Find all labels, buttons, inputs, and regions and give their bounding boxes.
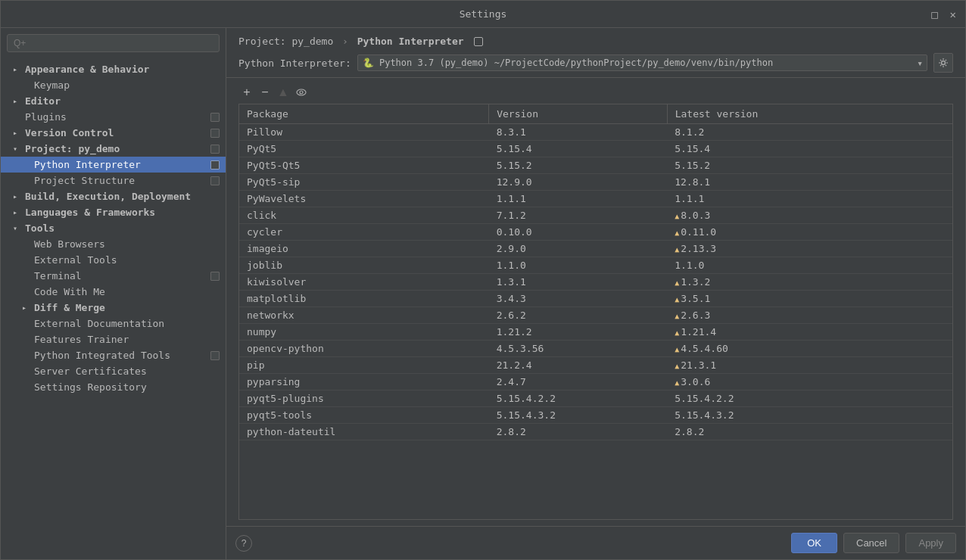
- table-row[interactable]: PyQt55.15.45.15.4: [239, 141, 952, 157]
- table-row[interactable]: PyWavelets1.1.11.1.1: [239, 191, 952, 207]
- package-version: 1.1.1: [489, 191, 668, 207]
- window-title: Settings: [460, 8, 507, 20]
- package-latest: 1.1.0: [667, 257, 952, 274]
- sidebar-item-settings-repository[interactable]: Settings Repository: [1, 379, 226, 395]
- check-icon: [210, 160, 220, 170]
- sidebar-item-label: Python Integrated Tools: [34, 350, 170, 361]
- sidebar-item-languages[interactable]: ▸ Languages & Frameworks: [1, 204, 226, 220]
- sidebar-item-label: Diff & Merge: [34, 302, 105, 313]
- package-version: 3.4.3: [489, 291, 668, 307]
- package-name: PyWavelets: [239, 191, 489, 207]
- package-version: 7.1.2: [489, 207, 668, 224]
- package-name: PyQt5-Qt5: [239, 157, 489, 174]
- apply-button[interactable]: Apply: [905, 533, 956, 553]
- package-latest: 12.8.1: [667, 174, 952, 191]
- help-button[interactable]: ?: [235, 535, 252, 552]
- interpreter-settings-button[interactable]: [933, 53, 953, 73]
- sidebar-item-build[interactable]: ▸ Build, Execution, Deployment: [1, 188, 226, 204]
- expand-arrow: [13, 113, 22, 121]
- table-row[interactable]: pyparsing2.4.7▲3.0.6: [239, 374, 952, 390]
- expand-arrow: [22, 176, 31, 185]
- sidebar-item-python-integrated[interactable]: Python Integrated Tools: [1, 347, 226, 363]
- breadcrumb-separator: ›: [342, 36, 348, 47]
- view-options-button[interactable]: [293, 84, 310, 101]
- sidebar-item-version-control[interactable]: ▸ Version Control: [1, 125, 226, 141]
- sidebar-item-diff-merge[interactable]: ▸ Diff & Merge: [1, 300, 226, 316]
- sidebar-item-appearance[interactable]: ▸ Appearance & Behavior: [1, 61, 226, 77]
- table-row[interactable]: networkx2.6.2▲2.6.3: [239, 307, 952, 324]
- right-panel: Project: py_demo › Python Interpreter Py…: [226, 28, 965, 559]
- cancel-button[interactable]: Cancel: [843, 533, 899, 553]
- table-row[interactable]: python-dateutil2.8.22.8.2: [239, 424, 952, 440]
- col-version[interactable]: Version: [489, 104, 668, 124]
- table-row[interactable]: PyQt5-Qt55.15.25.15.2: [239, 157, 952, 174]
- upgrade-arrow: ▲: [675, 278, 679, 287]
- sidebar-item-tools[interactable]: ▾ Tools: [1, 220, 226, 236]
- package-name: joblib: [239, 257, 489, 274]
- sidebar-item-external-doc[interactable]: External Documentation: [1, 316, 226, 331]
- sidebar-item-project[interactable]: ▾ Project: py_demo: [1, 141, 226, 157]
- package-name: pyqt5-tools: [239, 407, 489, 424]
- ok-button[interactable]: OK: [791, 533, 837, 553]
- sidebar-item-editor[interactable]: ▸ Editor: [1, 93, 226, 109]
- package-latest: ▲4.5.4.60: [667, 341, 952, 357]
- table-row[interactable]: pyqt5-plugins5.15.4.2.25.15.4.2.2: [239, 390, 952, 407]
- sidebar-item-project-structure[interactable]: Project Structure: [1, 173, 226, 188]
- table-row[interactable]: joblib1.1.01.1.0: [239, 257, 952, 274]
- remove-package-button[interactable]: −: [257, 84, 273, 101]
- sidebar-item-terminal[interactable]: Terminal: [1, 268, 226, 284]
- search-input[interactable]: [7, 34, 220, 52]
- sidebar: ▸ Appearance & Behavior Keymap ▸ Editor …: [1, 28, 226, 559]
- col-latest[interactable]: Latest version: [667, 104, 952, 124]
- table-row[interactable]: click7.1.2▲8.0.3: [239, 207, 952, 224]
- table-row[interactable]: kiwisolver1.3.1▲1.3.2: [239, 274, 952, 291]
- table-row[interactable]: Pillow8.3.18.1.2: [239, 124, 952, 141]
- interpreter-select[interactable]: 🐍 Python 3.7 (py_demo) ~/ProjectCode/pyt…: [357, 54, 927, 71]
- minimize-button[interactable]: □: [928, 7, 940, 22]
- col-package[interactable]: Package: [239, 104, 489, 124]
- package-name: click: [239, 207, 489, 224]
- sidebar-item-web-browsers[interactable]: Web Browsers: [1, 236, 226, 252]
- expand-arrow: ▾: [13, 145, 22, 153]
- check-icon: [210, 176, 220, 185]
- package-version: 2.4.7: [489, 374, 668, 390]
- table-row[interactable]: numpy1.21.2▲1.21.4: [239, 324, 952, 341]
- package-version: 21.2.4: [489, 357, 668, 374]
- upgrade-arrow: ▲: [675, 295, 679, 303]
- sidebar-item-plugins[interactable]: Plugins: [1, 109, 226, 125]
- package-latest: 5.15.2: [667, 157, 952, 174]
- package-latest: ▲3.5.1: [667, 291, 952, 307]
- sidebar-item-python-interpreter[interactable]: Python Interpreter: [1, 157, 226, 173]
- table-row[interactable]: cycler0.10.0▲0.11.0: [239, 224, 952, 241]
- table-row[interactable]: matplotlib3.4.3▲3.5.1: [239, 291, 952, 307]
- package-name: pip: [239, 357, 489, 374]
- package-latest: 5.15.4.3.2: [667, 407, 952, 424]
- sidebar-item-external-tools[interactable]: External Tools: [1, 252, 226, 268]
- expand-arrow: [22, 335, 31, 344]
- package-table: Package Version Latest version Pillow8.3…: [239, 104, 952, 440]
- package-version: 0.10.0: [489, 224, 668, 241]
- table-row[interactable]: pip21.2.4▲21.3.1: [239, 357, 952, 374]
- expand-arrow: [22, 272, 31, 280]
- toolbar: + − ▲: [238, 84, 953, 101]
- close-button[interactable]: ✕: [947, 7, 959, 22]
- add-package-button[interactable]: +: [238, 84, 255, 101]
- sidebar-item-label: Server Certificates: [34, 366, 147, 377]
- package-name: networkx: [239, 307, 489, 324]
- sidebar-item-code-with-me[interactable]: Code With Me: [1, 284, 226, 300]
- sidebar-item-keymap[interactable]: Keymap: [1, 77, 226, 93]
- package-version: 2.8.2: [489, 424, 668, 440]
- table-row[interactable]: pyqt5-tools5.15.4.3.25.15.4.3.2: [239, 407, 952, 424]
- sidebar-item-features-trainer[interactable]: Features Trainer: [1, 331, 226, 347]
- table-row[interactable]: imageio2.9.0▲2.13.3: [239, 241, 952, 257]
- upgrade-arrow: ▲: [675, 328, 679, 337]
- lock-icon: [474, 37, 483, 46]
- expand-arrow: ▾: [13, 224, 22, 232]
- sidebar-item-label: Languages & Frameworks: [25, 207, 155, 218]
- table-row[interactable]: opencv-python4.5.3.56▲4.5.4.60: [239, 341, 952, 357]
- interpreter-label: Python Interpreter:: [238, 58, 351, 69]
- upgrade-package-button[interactable]: ▲: [275, 84, 291, 101]
- table-row[interactable]: PyQt5-sip12.9.012.8.1: [239, 174, 952, 191]
- sidebar-item-server-certificates[interactable]: Server Certificates: [1, 363, 226, 379]
- upgrade-arrow: ▲: [675, 212, 679, 220]
